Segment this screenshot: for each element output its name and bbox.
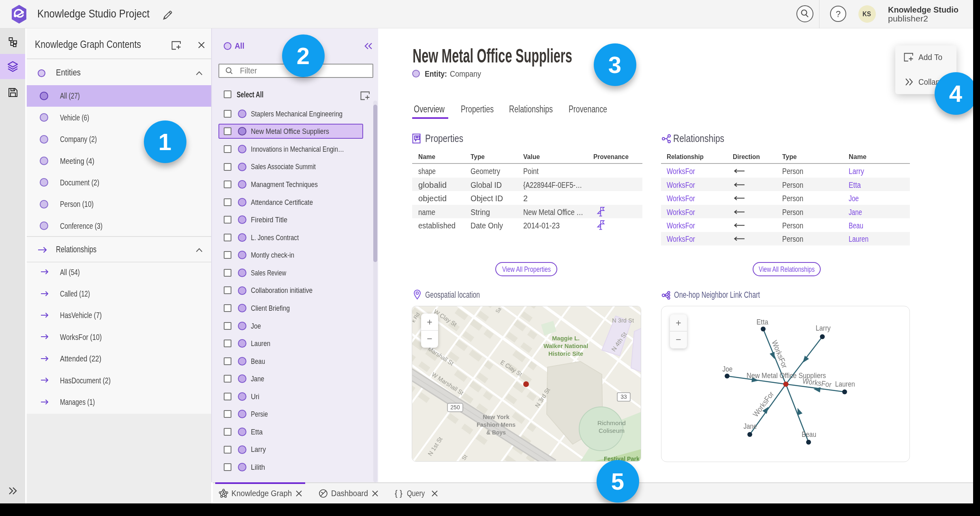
svg-text:Fashion Mens: Fashion Mens — [477, 421, 516, 428]
svg-text:250: 250 — [450, 404, 460, 411]
svg-text:Walker National: Walker National — [543, 342, 588, 349]
svg-text:Maggie L.: Maggie L. — [552, 335, 580, 342]
svg-text:Lauren: Lauren — [835, 380, 855, 388]
svg-text:N 3rd St: N 3rd St — [612, 317, 634, 324]
svg-text:Beau: Beau — [802, 430, 816, 439]
svg-text:Historic Site: Historic Site — [548, 350, 583, 357]
svg-text:?: ? — [836, 9, 841, 19]
svg-text:Coliseum: Coliseum — [599, 427, 625, 434]
svg-text:Joe: Joe — [723, 365, 733, 373]
svg-text:33: 33 — [621, 393, 627, 400]
svg-text:Etta: Etta — [757, 318, 768, 326]
svg-text:New York: New York — [483, 413, 510, 420]
svg-text:Jane: Jane — [744, 422, 757, 430]
svg-text:& Boys: & Boys — [486, 429, 506, 436]
svg-text:Richmond: Richmond — [597, 419, 626, 426]
svg-text:Larry: Larry — [816, 324, 831, 332]
